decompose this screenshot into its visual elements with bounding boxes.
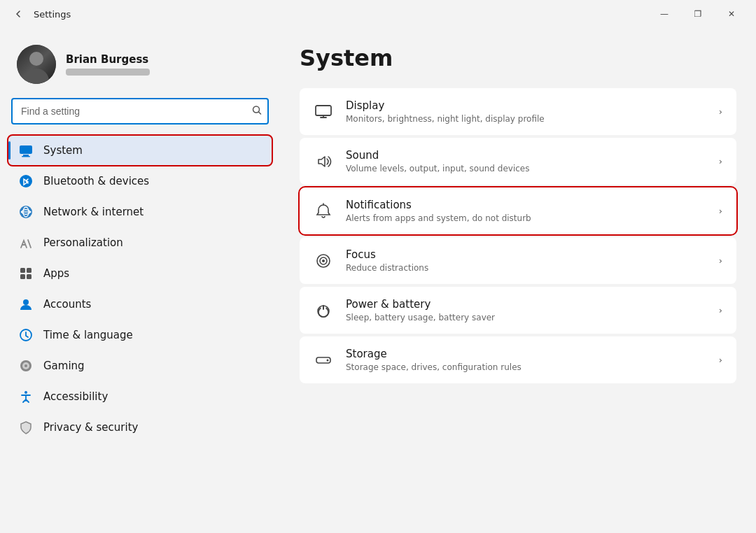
- settings-card-display: Display Monitors, brightness, night ligh…: [300, 88, 736, 135]
- sidebar-item-bluetooth[interactable]: Bluetooth & devices: [8, 166, 272, 196]
- settings-card-storage: Storage Storage space, drives, configura…: [300, 336, 736, 383]
- user-info: Brian Burgess: [66, 53, 150, 76]
- settings-desc-sound: Volume levels, output, input, sound devi…: [346, 164, 706, 173]
- accessibility-icon: [18, 389, 34, 404]
- settings-desc-notifications: Alerts from apps and system, do not dist…: [346, 213, 706, 223]
- nav-menu: System Bluetooth & devices: [8, 136, 272, 442]
- sidebar-item-time[interactable]: Time & language: [8, 320, 272, 350]
- user-name: Brian Burgess: [66, 53, 150, 66]
- app-body: Brian Burgess: [0, 28, 756, 533]
- settings-label-notifications: Notifications: [346, 199, 706, 211]
- svg-point-12: [23, 299, 29, 305]
- svg-point-22: [322, 260, 325, 262]
- sidebar-item-label-time: Time & language: [43, 329, 133, 341]
- settings-label-display: Display: [346, 99, 706, 112]
- settings-text-sound: Sound Volume levels, output, input, soun…: [346, 149, 706, 173]
- sidebar-item-label-privacy: Privacy & security: [43, 421, 138, 434]
- settings-item-power[interactable]: Power & battery Sleep, battery usage, ba…: [300, 287, 736, 334]
- settings-text-display: Display Monitors, brightness, night ligh…: [346, 99, 706, 124]
- bluetooth-icon: [18, 173, 34, 189]
- apps-icon: [18, 266, 34, 281]
- settings-label-sound: Sound: [346, 149, 706, 162]
- sidebar-item-label-network: Network & internet: [43, 206, 144, 218]
- search-box: [11, 98, 269, 125]
- sidebar-item-label-accessibility: Accessibility: [43, 390, 108, 403]
- settings-item-display[interactable]: Display Monitors, brightness, night ligh…: [300, 88, 736, 135]
- chevron-icon-storage: ›: [719, 355, 722, 365]
- page-title: System: [300, 45, 736, 71]
- window-controls: — ❐ ✕: [648, 3, 748, 25]
- settings-desc-display: Monitors, brightness, night light, displ…: [346, 114, 706, 124]
- chevron-icon-notifications: ›: [719, 206, 722, 216]
- settings-item-storage[interactable]: Storage Storage space, drives, configura…: [300, 336, 736, 383]
- svg-point-25: [327, 359, 329, 361]
- main-content: System Display Monitors, brightness, nig…: [280, 28, 756, 533]
- user-profile: Brian Burgess: [8, 39, 272, 98]
- gaming-icon: [18, 358, 34, 374]
- sidebar-item-accounts[interactable]: Accounts: [8, 290, 272, 319]
- settings-label-storage: Storage: [346, 348, 706, 360]
- sidebar-item-privacy[interactable]: Privacy & security: [8, 413, 272, 442]
- sidebar-item-network[interactable]: Network & internet: [8, 197, 272, 227]
- network-icon: [18, 204, 34, 220]
- display-icon: [314, 102, 333, 122]
- settings-text-focus: Focus Reduce distractions: [346, 248, 706, 273]
- focus-icon: [314, 251, 333, 271]
- sidebar-item-label-system: System: [43, 144, 83, 157]
- power-icon: [314, 301, 333, 320]
- avatar-image: [17, 45, 56, 84]
- settings-text-storage: Storage Storage space, drives, configura…: [346, 348, 706, 372]
- settings-card-focus: Focus Reduce distractions ›: [300, 237, 736, 284]
- svg-rect-3: [22, 156, 30, 157]
- time-icon: [18, 327, 34, 343]
- chevron-icon-focus: ›: [719, 255, 722, 266]
- svg-rect-18: [316, 106, 331, 115]
- search-icon: [252, 106, 262, 118]
- sidebar-item-system[interactable]: System: [8, 136, 272, 165]
- system-icon: [18, 143, 34, 158]
- privacy-icon: [18, 420, 34, 435]
- svg-rect-2: [23, 155, 29, 156]
- sidebar: Brian Burgess: [0, 28, 280, 533]
- sidebar-item-apps[interactable]: Apps: [8, 259, 272, 288]
- close-button[interactable]: ✕: [715, 3, 748, 25]
- settings-item-sound[interactable]: Sound Volume levels, output, input, soun…: [300, 138, 736, 185]
- sidebar-item-label-gaming: Gaming: [43, 360, 85, 372]
- maximize-button[interactable]: ❐: [682, 3, 714, 25]
- svg-rect-8: [20, 268, 25, 273]
- settings-desc-focus: Reduce distractions: [346, 263, 706, 273]
- search-input[interactable]: [11, 98, 269, 125]
- sidebar-item-label-accounts: Accounts: [43, 298, 91, 311]
- settings-label-power: Power & battery: [346, 298, 706, 311]
- sidebar-item-label-personalization: Personalization: [43, 236, 123, 249]
- back-button[interactable]: [8, 4, 28, 24]
- svg-point-17: [24, 391, 27, 394]
- settings-desc-power: Sleep, battery usage, battery saver: [346, 313, 706, 322]
- minimize-button[interactable]: —: [648, 3, 680, 25]
- settings-card-power: Power & battery Sleep, battery usage, ba…: [300, 287, 736, 334]
- sound-icon: [314, 152, 333, 171]
- window-title: Settings: [34, 9, 648, 20]
- settings-item-focus[interactable]: Focus Reduce distractions ›: [300, 237, 736, 284]
- svg-rect-10: [20, 274, 25, 279]
- svg-rect-9: [27, 268, 31, 273]
- settings-card-notifications: Notifications Alerts from apps and syste…: [300, 187, 736, 234]
- sidebar-item-gaming[interactable]: Gaming: [8, 351, 272, 381]
- settings-label-focus: Focus: [346, 248, 706, 261]
- accounts-icon: [18, 297, 34, 312]
- chevron-icon-power: ›: [719, 305, 722, 315]
- sidebar-item-label-bluetooth: Bluetooth & devices: [43, 175, 149, 187]
- settings-text-notifications: Notifications Alerts from apps and syste…: [346, 199, 706, 223]
- svg-rect-11: [27, 274, 31, 279]
- sidebar-item-personalization[interactable]: Personalization: [8, 228, 272, 257]
- sidebar-item-accessibility[interactable]: Accessibility: [8, 382, 272, 411]
- sidebar-item-label-apps: Apps: [43, 267, 69, 280]
- settings-item-notifications[interactable]: Notifications Alerts from apps and syste…: [300, 187, 736, 234]
- svg-rect-1: [20, 145, 32, 154]
- titlebar: Settings — ❐ ✕: [0, 0, 756, 28]
- notifications-icon: [314, 201, 333, 221]
- chevron-icon-display: ›: [719, 106, 722, 117]
- chevron-icon-sound: ›: [719, 156, 722, 166]
- settings-card-sound: Sound Volume levels, output, input, soun…: [300, 138, 736, 185]
- settings-text-power: Power & battery Sleep, battery usage, ba…: [346, 298, 706, 322]
